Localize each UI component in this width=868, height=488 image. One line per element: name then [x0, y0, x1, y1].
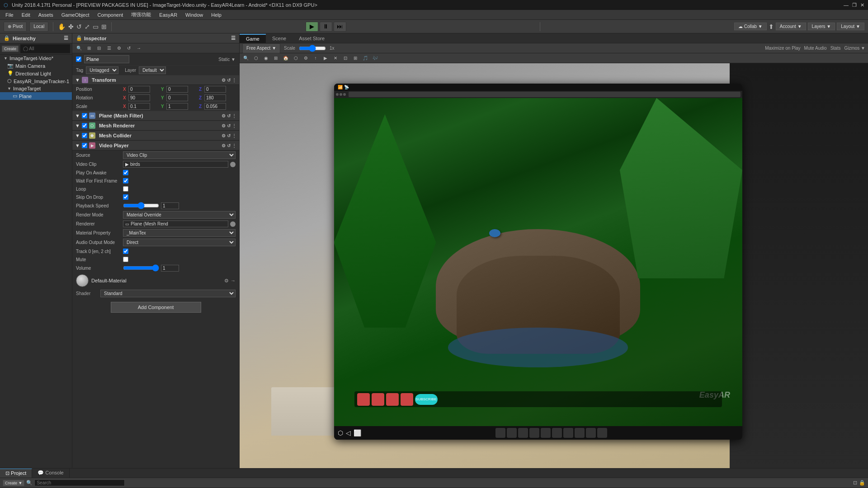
- mf-overflow-icon[interactable]: ⋮: [232, 113, 236, 118]
- project-search[interactable]: [34, 479, 125, 486]
- project-lock-icon[interactable]: 🔒: [859, 480, 865, 486]
- rect-tool[interactable]: ▭: [93, 23, 99, 30]
- wait-first-frame-checkbox[interactable]: [123, 178, 128, 183]
- menu-file[interactable]: File: [2, 11, 17, 19]
- collab-button[interactable]: ☁ Collab ▼: [734, 23, 767, 30]
- mc-overflow-icon[interactable]: ⋮: [232, 133, 236, 138]
- close-btn[interactable]: ✕: [860, 2, 864, 8]
- view-icon6[interactable]: ⬡: [291, 54, 300, 62]
- loop-checkbox[interactable]: [123, 186, 128, 192]
- scale-tool[interactable]: ⤢: [85, 23, 90, 30]
- minimize-btn[interactable]: —: [844, 2, 849, 8]
- mesh-collider-header[interactable]: ▼ ⬟ Mesh Collider ⚙ ↺ ⋮: [72, 131, 239, 141]
- project-icon2[interactable]: ⊡: [853, 480, 857, 486]
- arrow-icon[interactable]: →: [135, 44, 143, 52]
- scale-z-input[interactable]: [204, 103, 226, 110]
- video-clip-ref[interactable]: ▶ birds: [123, 161, 228, 168]
- view-icon7[interactable]: ⚙: [301, 54, 310, 62]
- scale-slider[interactable]: [299, 45, 326, 52]
- material-goto-icon[interactable]: →: [231, 278, 236, 284]
- mr-settings-icon[interactable]: ⚙: [222, 123, 226, 128]
- view-icon2[interactable]: ⬡: [251, 54, 260, 62]
- stats-label[interactable]: Stats: [830, 46, 841, 51]
- material-property-select[interactable]: _MainTex: [123, 229, 236, 237]
- rot-y-input[interactable]: [166, 94, 188, 101]
- skip-on-drop-checkbox[interactable]: [123, 194, 128, 200]
- mc-settings-icon[interactable]: ⚙: [222, 133, 226, 138]
- mf-settings-icon[interactable]: ⚙: [222, 113, 226, 118]
- play-on-awake-checkbox[interactable]: [123, 170, 128, 175]
- view-icon10[interactable]: ✕: [331, 54, 340, 62]
- filter-icon[interactable]: ⊞: [85, 44, 93, 52]
- layers-button[interactable]: Layers ▼: [808, 23, 835, 30]
- pos-y-input[interactable]: [166, 86, 188, 93]
- play-button[interactable]: ▶: [306, 22, 318, 32]
- render-mode-select[interactable]: Material Override: [123, 211, 236, 219]
- menu-easyar[interactable]: EasyAR: [156, 11, 181, 19]
- video-player-checkbox[interactable]: [82, 143, 87, 148]
- transform-tool[interactable]: ⊞: [101, 23, 107, 30]
- tab-project[interactable]: ⊡ Project: [0, 469, 32, 478]
- tree-item-imagetarget[interactable]: ▼ ImageTarget: [0, 85, 72, 92]
- renderer-dot[interactable]: [230, 221, 236, 227]
- restore-btn[interactable]: ❐: [852, 2, 857, 8]
- menu-enhance[interactable]: 增强功能: [127, 10, 155, 19]
- material-settings-icon[interactable]: ⚙: [224, 278, 229, 284]
- tab-game[interactable]: Game: [240, 34, 266, 43]
- scale-x-input[interactable]: [128, 103, 150, 110]
- object-name-input[interactable]: [84, 55, 129, 63]
- menu-gameobject[interactable]: GameObject: [58, 11, 93, 19]
- view-icon1[interactable]: 🔍: [241, 54, 250, 62]
- menu-window[interactable]: Window: [182, 11, 207, 19]
- vp-revert-icon[interactable]: ↺: [227, 143, 231, 148]
- layout-button[interactable]: Layout ▼: [837, 23, 864, 30]
- pos-x-input[interactable]: [128, 86, 150, 93]
- view-icon8[interactable]: ↑: [311, 54, 320, 62]
- tab-asset-store[interactable]: Asset Store: [292, 34, 331, 42]
- gizmos-label[interactable]: Gizmos ▼: [844, 46, 865, 51]
- view-icon4[interactable]: ⊞: [271, 54, 280, 62]
- tree-item-scene[interactable]: ▼ ImageTarget-Video*: [0, 55, 72, 62]
- account-button[interactable]: Account ▼: [776, 23, 806, 30]
- vp-overflow-icon[interactable]: ⋮: [232, 143, 236, 148]
- component-settings-icon[interactable]: ⚙: [222, 78, 226, 83]
- vp-settings-icon[interactable]: ⚙: [222, 143, 226, 148]
- rot-x-input[interactable]: [128, 94, 150, 101]
- view-icon5[interactable]: 🏠: [281, 54, 290, 62]
- pivot-button[interactable]: ⊕ Pivot: [4, 22, 27, 32]
- track-checkbox[interactable]: [123, 249, 128, 254]
- pause-button[interactable]: ⏸: [320, 22, 332, 32]
- rotate-tool[interactable]: ↺: [76, 23, 82, 30]
- mesh-collider-checkbox[interactable]: [82, 133, 87, 138]
- layer-select[interactable]: Default: [139, 66, 166, 74]
- hierarchy-menu-icon[interactable]: ☰: [64, 35, 68, 41]
- mesh-renderer-checkbox[interactable]: [82, 123, 87, 128]
- view-icon3[interactable]: ◉: [261, 54, 270, 62]
- step-button[interactable]: ⏭: [334, 22, 346, 32]
- refresh-icon[interactable]: ↺: [125, 44, 133, 52]
- hierarchy-create-btn[interactable]: Create: [2, 46, 19, 52]
- scale-y-input[interactable]: [166, 103, 188, 110]
- cloud-icon2[interactable]: ⬆: [769, 23, 774, 30]
- tag-select[interactable]: Untagged: [86, 66, 118, 74]
- tree-item-plane[interactable]: ▭ Plane: [0, 92, 72, 100]
- tree-item-light[interactable]: 💡 Directional Light: [0, 70, 72, 77]
- pos-z-input[interactable]: [204, 86, 226, 93]
- maximize-on-play-label[interactable]: Maximize on Play: [765, 46, 800, 51]
- tree-item-camera[interactable]: 📷 Main Camera: [0, 62, 72, 70]
- video-clip-dot[interactable]: [230, 162, 236, 167]
- hierarchy-search[interactable]: [20, 44, 70, 53]
- view-icon14[interactable]: 🎶: [371, 54, 380, 62]
- local-button[interactable]: Local: [29, 22, 48, 32]
- hand-tool[interactable]: ✋: [58, 23, 66, 30]
- menu-help[interactable]: Help: [208, 11, 225, 19]
- mesh-filter-header[interactable]: ▼ ▭ Plane (Mesh Filter) ⚙ ↺ ⋮: [72, 111, 239, 121]
- gear-icon[interactable]: ⚙: [115, 44, 123, 52]
- volume-slider[interactable]: [123, 264, 159, 272]
- audio-output-select[interactable]: Direct: [123, 239, 236, 246]
- shader-select[interactable]: Standard: [100, 290, 236, 297]
- mute-checkbox[interactable]: [123, 257, 128, 262]
- add-component-button[interactable]: Add Component: [111, 302, 201, 313]
- mesh-renderer-header[interactable]: ▼ ⬡ Mesh Renderer ⚙ ↺ ⋮: [72, 121, 239, 131]
- view-icon11[interactable]: ⊡: [341, 54, 350, 62]
